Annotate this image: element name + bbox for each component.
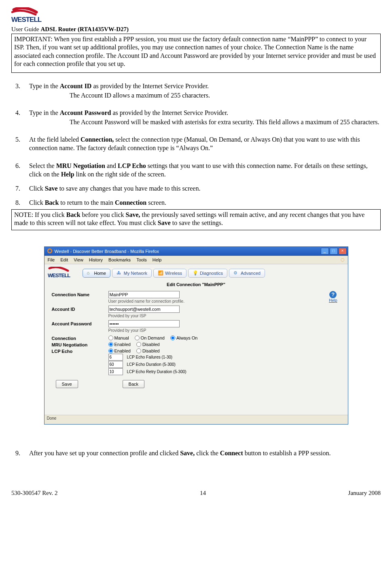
menu-edit[interactable]: Edit [60,257,68,262]
page-footer: 530-300547 Rev. 2 14 January 2008 [11,490,381,497]
tab-advanced[interactable]: ⚙Advanced [229,269,265,278]
menu-help[interactable]: Help [153,257,162,262]
lcp-failures-input[interactable] [108,354,123,361]
note-box: NOTE: If you click Back before you click… [11,209,381,230]
steps-list: 3. Type in the Account ID as provided by… [11,82,381,207]
step-number: 9. [11,449,20,457]
firefox-window: Westell - Discover Better Broadband - Mo… [44,246,348,425]
save-button[interactable]: Save [56,380,78,388]
label-connection: Connection [52,335,108,341]
lcp-radio-group: Enabled Disabled [108,348,341,353]
account-password-input[interactable] [108,320,180,327]
radio-on-demand[interactable]: On Demand [135,335,165,340]
step-number: 6. [11,161,20,178]
product-name: ADSL Router (RTA1435VW-D27) [40,26,129,32]
radio-mru-enabled[interactable]: Enabled [108,342,131,347]
lcp-duration-input[interactable] [108,361,123,368]
radio-always-on[interactable]: Always On [170,335,198,340]
step-9: 9. After you have set up your connection… [11,449,381,457]
advanced-icon: ⚙ [233,270,239,276]
firefox-menubar[interactable]: File Edit View History Bookmarks Tools H… [44,256,348,264]
step-number: 3. [11,82,20,100]
firefox-statusbar: Done [44,415,348,424]
svg-text:WESTELL: WESTELL [48,272,70,278]
important-note-text: IMPORTANT: When you first establish a PP… [14,36,376,67]
help-icon: ? [329,291,337,298]
step-number: 7. [11,184,20,193]
step-subnote: The Account Password will be masked with… [70,118,381,126]
diagnostics-icon: 💡 [193,270,198,276]
user-guide-label: User Guide [11,26,39,32]
panel-title: Edit Connection "MainPPP" [48,282,345,287]
step-8: 8. Click Back to return to the main Conn… [11,198,381,207]
close-button[interactable]: × [339,248,347,255]
westell-logo: WESTELL [11,7,48,25]
menu-tools[interactable]: Tools [136,257,147,262]
label-lcp: LCP Echo [52,348,108,354]
footer-date: January 2008 [348,490,381,497]
page-content: WESTELL ⌂Home 🖧My Network 📶Wireless 💡Dia… [44,264,348,415]
connection-name-hint: User provided name for connection profil… [108,299,341,304]
tab-my-network[interactable]: 🖧My Network [112,269,152,278]
radio-manual[interactable]: Manual [108,335,129,340]
help-link[interactable]: ? Help [329,291,337,303]
lcp-failures-label: LCP Echo Failures (1-30) [127,355,173,359]
lcp-duration-label: LCP Echo Duration (5-300) [127,362,176,367]
mru-radio-group: Enabled Disabled [108,342,341,347]
step-7: 7. Click Save to save any changes that y… [11,184,381,193]
network-icon: 🖧 [117,270,122,276]
connection-name-input[interactable] [108,291,180,298]
connection-radio-group: Manual On Demand Always On [108,335,341,340]
account-password-hint: Provided by your ISP [108,328,341,333]
step-number: 4. [11,108,20,126]
step-subnote: The Account ID allows a maximum of 255 c… [70,91,381,100]
step-6: 6. Select the MRU Negotiation and LCP Ec… [11,161,381,178]
nav-tabs: ⌂Home 🖧My Network 📶Wireless 💡Diagnostics… [83,269,265,278]
window-titlebar[interactable]: Westell - Discover Better Broadband - Mo… [44,247,348,256]
steps-list-2: 9. After you have set up your connection… [11,449,381,457]
footer-page-number: 14 [200,490,206,497]
step-5: 5. At the field labeled Connection, sele… [11,135,381,152]
menu-file[interactable]: File [48,257,55,262]
account-id-input[interactable] [108,306,180,313]
lcp-retry-input[interactable] [108,368,123,375]
tab-home[interactable]: ⌂Home [83,269,110,278]
westell-logo-small: WESTELL [48,267,78,280]
minimize-button[interactable]: _ [321,248,329,255]
step-number: 8. [11,198,20,207]
label-account-id: Account ID [52,306,108,312]
home-icon: ⌂ [87,270,93,276]
edit-connection-form: ? Help Connection Name User provided nam… [48,291,345,391]
screenshot: Westell - Discover Better Broadband - Mo… [11,246,381,425]
label-connection-name: Connection Name [52,291,108,297]
window-title-text: Westell - Discover Better Broadband - Mo… [55,249,159,254]
page-header: WESTELL [11,7,381,25]
label-mru: MRU Negotiation [52,341,108,347]
wireless-icon: 📶 [158,270,163,276]
svg-text:WESTELL: WESTELL [11,16,42,23]
menu-view[interactable]: View [74,257,83,262]
svg-point-2 [48,249,51,252]
firefox-icon [47,248,53,255]
step-number: 5. [11,135,20,152]
label-account-password: Account Password [52,320,108,326]
account-id-hint: Provided by your ISP [108,314,341,318]
step-3: 3. Type in the Account ID as provided by… [11,82,381,100]
header-line: User Guide ADSL Router (RTA1435VW-D27) [11,26,381,33]
lcp-retry-label: LCP Echo Retry Duration (5-300) [127,369,186,374]
menu-bookmarks[interactable]: Bookmarks [108,257,131,262]
radio-mru-disabled[interactable]: Disabled [136,342,160,347]
tab-wireless[interactable]: 📶Wireless [153,269,186,278]
important-note-box: IMPORTANT: When you first establish a PP… [11,34,381,73]
menu-history[interactable]: History [89,257,103,262]
radio-lcp-disabled[interactable]: Disabled [136,348,160,353]
help-link-text[interactable]: Help [329,298,337,303]
radio-lcp-enabled[interactable]: Enabled [108,348,131,353]
tab-diagnostics[interactable]: 💡Diagnostics [188,269,227,278]
maximize-button[interactable]: □ [330,248,338,255]
throbber-icon: ◌ [341,257,345,262]
back-button[interactable]: Back [123,380,144,388]
step-4: 4. Type in the Account Password as provi… [11,108,381,126]
footer-left: 530-300547 Rev. 2 [11,490,57,497]
